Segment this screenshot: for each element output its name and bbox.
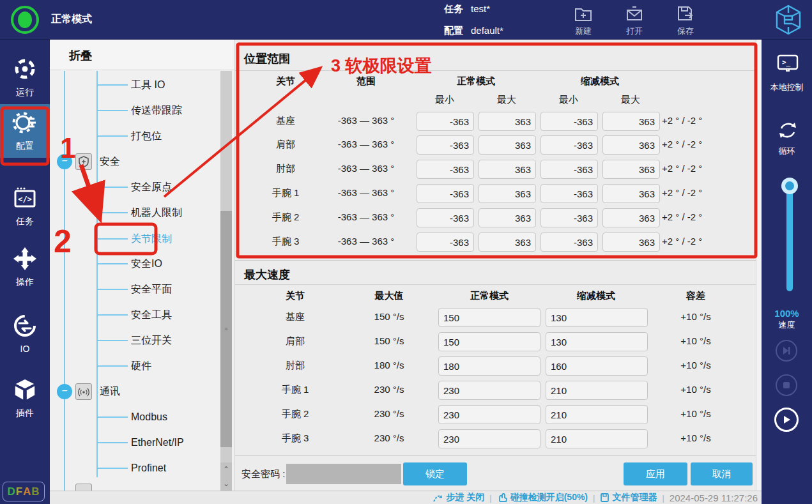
speed-slider-track[interactable] (786, 188, 793, 291)
new-button[interactable]: 新建 (563, 3, 604, 38)
tree-item-safety[interactable]: − 安全 (50, 153, 221, 171)
open-button[interactable]: 打开 (614, 3, 655, 38)
loop-label: 循环 (762, 146, 812, 157)
tree-item-safe-io[interactable]: 安全IO (50, 255, 221, 273)
normal-min-input[interactable] (417, 160, 474, 179)
nav-item-io[interactable]: IO (0, 313, 50, 369)
speed-slider-thumb[interactable] (781, 178, 798, 194)
tree-item-ethernet-ip[interactable]: EtherNet/IP (50, 434, 221, 452)
normal-min-input[interactable] (417, 112, 474, 131)
tree-item-profinet[interactable]: Profinet (50, 459, 221, 477)
nav-item-operate[interactable]: 操作 (0, 246, 50, 302)
cancel-button[interactable]: 取消 (691, 462, 753, 485)
nav-item-plugin[interactable]: 插件 (0, 377, 50, 433)
normal-min-input[interactable] (417, 208, 474, 227)
nav-item-config[interactable]: 配置 (0, 104, 50, 158)
normal-max-input[interactable] (479, 135, 536, 155)
brand-logo-icon (773, 4, 804, 38)
reduced-speed-input[interactable] (546, 429, 648, 448)
col-tolerance: 容差 (686, 290, 705, 302)
reduced-min-input[interactable] (540, 208, 598, 227)
tree-item-conveyor[interactable]: 传送带跟踪 (50, 102, 221, 119)
scroll-up-button[interactable]: ⌃ (220, 462, 232, 477)
file-manager-status[interactable]: 文件管理器 (600, 492, 657, 503)
scroll-down-button[interactable]: ⌄ (220, 477, 232, 491)
tree-scrollbar-thumb[interactable]: ≡ (220, 211, 232, 447)
antenna-icon (75, 383, 92, 400)
task-label: 任务 (444, 3, 463, 15)
tree-item-modbus[interactable]: Modbus (50, 408, 221, 426)
step-forward-button[interactable] (776, 340, 797, 362)
normal-speed-input[interactable] (438, 405, 540, 424)
save-button[interactable]: 保存 (665, 3, 706, 38)
normal-max-input[interactable] (479, 112, 536, 131)
play-button[interactable] (774, 408, 799, 432)
reduced-max-input[interactable] (602, 233, 660, 252)
normal-max-input[interactable] (479, 233, 536, 252)
normal-speed-input[interactable] (438, 429, 540, 448)
main-scroll-strip[interactable] (756, 40, 762, 491)
tree-item-tool-io[interactable]: 工具 IO (50, 76, 221, 94)
config-tree-panel: 折叠 工具 IO 传送带跟踪 打包位 − 安全 安全原点 机器人限制 关节限制 … (50, 40, 235, 491)
file-manager-icon (600, 493, 609, 503)
normal-speed-input[interactable] (438, 332, 540, 351)
reduced-max-input[interactable] (602, 184, 660, 203)
tree-item-hardware[interactable]: 硬件 (50, 357, 221, 375)
save-icon (676, 3, 695, 26)
reduced-speed-input[interactable] (546, 405, 648, 424)
reduced-speed-input[interactable] (546, 381, 648, 400)
normal-max-input[interactable] (479, 184, 536, 203)
reduced-min-input[interactable] (540, 135, 598, 155)
tree-item-pack-pos[interactable]: 打包位 (50, 127, 221, 145)
tree-item-safe-tool[interactable]: 安全工具 (50, 306, 221, 324)
normal-min-input[interactable] (417, 233, 474, 252)
nav-item-task[interactable]: </> 任务 (0, 185, 50, 241)
tree-item-safe-home[interactable]: 安全原点 (50, 178, 221, 196)
reduced-min-input[interactable] (540, 112, 598, 131)
password-input[interactable] (286, 464, 401, 484)
reduced-min-input[interactable] (540, 184, 598, 203)
normal-speed-input[interactable] (438, 308, 540, 327)
normal-min-input[interactable] (417, 184, 474, 203)
tree-item-three-pos-switch[interactable]: 三位开关 (50, 332, 221, 349)
normal-max-input[interactable] (479, 160, 536, 179)
dfab-logo: DFAB (3, 482, 45, 501)
move-arrows-icon (12, 246, 38, 274)
collapse-toggle-icon[interactable]: − (57, 384, 72, 399)
local-control-button[interactable]: >_ (777, 54, 799, 77)
normal-max-input[interactable] (479, 208, 536, 227)
reduced-speed-input[interactable] (546, 356, 648, 376)
reduced-max-input[interactable] (602, 135, 660, 155)
stop-button[interactable] (776, 374, 797, 396)
reduced-max-input[interactable] (602, 160, 660, 179)
reduced-speed-input[interactable] (546, 332, 648, 351)
step-mode-status[interactable]: 步进 关闭 (433, 492, 484, 503)
reduced-max-input[interactable] (602, 112, 660, 131)
lock-button[interactable]: 锁定 (403, 462, 467, 485)
run-icon (12, 56, 38, 84)
reduced-speed-input[interactable] (546, 308, 648, 327)
collision-detection-status[interactable]: 碰撞检测开启(50%) (497, 492, 588, 503)
tree-item-joint-limit[interactable]: 关节限制 (50, 230, 221, 248)
step-icon (433, 493, 443, 503)
reduced-min-input[interactable] (540, 160, 598, 179)
loop-button[interactable] (778, 120, 798, 143)
tree-item-safe-plane[interactable]: 安全平面 (50, 280, 221, 298)
cube-icon (12, 377, 38, 405)
tree-item-robot-limit[interactable]: 机器人限制 (50, 204, 221, 222)
normal-speed-input[interactable] (438, 381, 540, 400)
col-joint: 关节 (286, 290, 305, 302)
tree-item-communication[interactable]: − 通讯 (50, 383, 221, 401)
tree-item-clipped[interactable] (50, 483, 221, 491)
collapse-toggle-icon[interactable]: − (57, 154, 72, 169)
normal-min-input[interactable] (417, 135, 474, 155)
reduced-min-input[interactable] (540, 233, 598, 252)
apply-button[interactable]: 应用 (624, 462, 687, 485)
tree-scrollbar[interactable]: ≡ (220, 71, 232, 491)
normal-speed-input[interactable] (438, 356, 540, 376)
collapse-all-button[interactable]: 折叠 (50, 40, 234, 70)
position-range-title: 位置范围 (244, 51, 290, 66)
reduced-max-input[interactable] (602, 208, 660, 227)
max-speed-title: 最大速度 (244, 267, 290, 282)
step-forward-icon (781, 346, 792, 356)
